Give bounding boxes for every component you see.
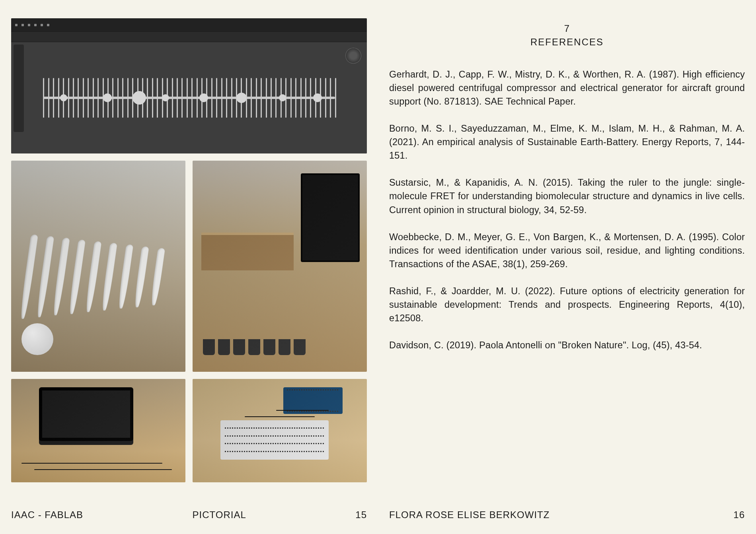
footer-institution: IAAC - FABLAB bbox=[11, 509, 83, 520]
reference-entry: Gerhardt, D. J., Capp, F. W., Mistry, D.… bbox=[389, 68, 745, 108]
image-grid: // deferred DOM gen in later section wou… bbox=[11, 18, 367, 482]
reference-entry: Davidson, C. (2019). Paola Antonelli on … bbox=[389, 338, 745, 352]
footer-page-number-right: 16 bbox=[733, 509, 745, 520]
soil-cups-row bbox=[203, 313, 353, 355]
footer-right-page: FLORA ROSE ELISE BERKOWITZ 16 bbox=[389, 509, 745, 520]
section-number: 7 bbox=[389, 23, 745, 34]
blender-toolbar bbox=[11, 32, 367, 42]
figure-workbench bbox=[193, 161, 367, 372]
printed-ribs bbox=[25, 235, 171, 319]
spine-geometry: // deferred DOM gen in later section wou… bbox=[43, 74, 335, 122]
reference-entry: Rashid, F., & Joardder, M. U. (2022). Fu… bbox=[389, 284, 745, 325]
blender-tool-strip bbox=[14, 45, 24, 132]
section-title: REFERENCES bbox=[389, 37, 745, 48]
blender-3d-viewport: // deferred DOM gen in later section wou… bbox=[11, 42, 367, 153]
references-list: Gerhardt, D. J., Capp, F. W., Mistry, D.… bbox=[389, 68, 745, 352]
figure-blender-viewport: // deferred DOM gen in later section wou… bbox=[11, 18, 367, 153]
footer-page-number-left: 15 bbox=[355, 509, 367, 520]
references-heading: 7 REFERENCES bbox=[389, 23, 745, 48]
orientation-gizmo-icon bbox=[345, 48, 361, 64]
page-right: 7 REFERENCES Gerhardt, D. J., Capp, F. W… bbox=[378, 0, 756, 534]
figure-3d-print-closeup bbox=[11, 161, 185, 372]
figure-arduino-breadboard bbox=[193, 379, 367, 482]
breadboard-icon bbox=[220, 420, 329, 460]
reference-entry: Borno, M. S. I., Sayeduzzaman, M., Elme,… bbox=[389, 122, 745, 162]
footer-left-page: IAAC - FABLAB PICTORIAL 15 bbox=[11, 509, 367, 520]
page-spread: // deferred DOM gen in later section wou… bbox=[0, 0, 756, 534]
printed-sphere-icon bbox=[21, 323, 53, 355]
arduino-board-icon bbox=[283, 387, 343, 414]
blender-menubar bbox=[11, 18, 367, 32]
footer-author: FLORA ROSE ELISE BERKOWITZ bbox=[389, 509, 549, 520]
reference-entry: Sustarsic, M., & Kapanidis, A. N. (2015)… bbox=[389, 176, 745, 216]
footer-center-label: PICTORIAL bbox=[83, 509, 355, 520]
page-left: // deferred DOM gen in later section wou… bbox=[0, 0, 378, 534]
bench-shelf bbox=[201, 233, 294, 271]
reference-entry: Woebbecke, D. M., Meyer, G. E., Von Barg… bbox=[389, 230, 745, 271]
figure-laptop-desk bbox=[11, 379, 185, 482]
laptop-icon bbox=[39, 387, 133, 441]
desk-wiring bbox=[18, 445, 179, 476]
bench-monitor-icon bbox=[301, 173, 360, 262]
